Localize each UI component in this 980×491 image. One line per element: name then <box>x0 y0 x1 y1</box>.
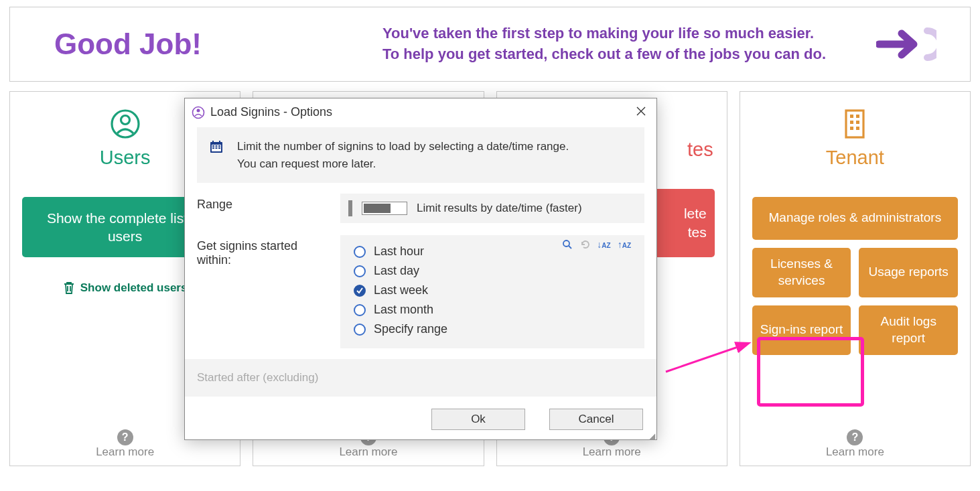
signins-label: Get signins started within: <box>197 235 324 267</box>
licenses-button[interactable]: Licenses & services <box>752 248 851 297</box>
svg-rect-15 <box>212 145 214 147</box>
resize-grip-icon[interactable]: ◢ <box>649 434 655 438</box>
svg-point-10 <box>197 109 200 112</box>
help-icon: ? <box>117 429 133 445</box>
banner-line2: To help you get started, check out a few… <box>382 44 826 65</box>
welcome-banner: Good Job! You've taken the first step to… <box>9 7 971 82</box>
tenant-buttons: Manage roles & administrators Licenses &… <box>752 197 958 355</box>
cancel-button[interactable]: Cancel <box>549 409 643 430</box>
banner-content: Good Job! You've taken the first step to… <box>54 23 826 65</box>
list-toolbar: ↓AZ ↑AZ <box>562 239 631 253</box>
info-line2: You can request more later. <box>237 155 569 173</box>
info-line1: Limit the number of signins to load by s… <box>237 138 569 155</box>
range-row: Range Limit results by date/time (faster… <box>197 183 644 234</box>
radio-last-day[interactable]: Last day <box>354 261 640 281</box>
svg-rect-5 <box>850 121 853 124</box>
app-icon <box>192 106 205 119</box>
svg-rect-3 <box>850 115 853 118</box>
building-icon <box>752 108 958 143</box>
search-icon[interactable] <box>562 239 573 253</box>
started-after-label: Started after (excluding) <box>197 371 318 384</box>
load-signins-dialog: Load Signins - Options Limit the number … <box>184 98 657 440</box>
tenant-card: Tenant Manage roles & administrators Lic… <box>740 91 971 466</box>
learn-more-tenant[interactable]: ? Learn more <box>740 429 970 459</box>
calendar-icon <box>209 139 224 159</box>
dialog-footer: Ok Cancel ◢ <box>185 397 656 439</box>
highlight-annotation <box>757 337 864 407</box>
svg-rect-19 <box>216 147 218 149</box>
tenant-title: Tenant <box>752 147 958 169</box>
deleted-users-label: Show deleted users <box>80 281 188 295</box>
svg-rect-13 <box>212 141 214 143</box>
range-options: ↓AZ ↑AZ Last hour Last day Last week <box>344 238 640 343</box>
svg-rect-4 <box>856 115 859 118</box>
signins-row: Get signins started within: ↓AZ ↑AZ Last… <box>197 234 644 359</box>
radio-specify-range[interactable]: Specify range <box>354 320 640 339</box>
banner-text: You've taken the first step to making yo… <box>382 23 826 65</box>
svg-rect-16 <box>216 145 218 147</box>
svg-rect-14 <box>219 141 220 143</box>
svg-rect-17 <box>218 145 220 147</box>
usage-reports-button[interactable]: Usage reports <box>859 248 958 297</box>
svg-rect-6 <box>856 121 859 124</box>
next-arrow-icon[interactable] <box>876 25 936 63</box>
range-toggle-row: Limit results by date/time (faster) <box>340 194 644 223</box>
close-icon <box>636 107 646 116</box>
svg-rect-7 <box>850 127 853 130</box>
svg-point-21 <box>563 240 569 247</box>
started-after-row: Started after (excluding) <box>185 359 656 397</box>
undo-icon[interactable] <box>579 239 590 253</box>
banner-heading: Good Job! <box>54 27 202 61</box>
audit-logs-button[interactable]: Audit logs report <box>859 305 958 355</box>
svg-point-9 <box>193 107 204 118</box>
trash-icon <box>63 281 75 295</box>
banner-line1: You've taken the first step to making yo… <box>382 23 826 44</box>
ok-button[interactable]: Ok <box>431 409 525 430</box>
limit-toggle[interactable] <box>362 202 407 215</box>
dialog-info: Limit the number of signins to load by s… <box>197 127 644 183</box>
help-icon: ? <box>847 429 863 445</box>
svg-rect-8 <box>856 127 859 130</box>
toggle-label: Limit results by date/time (faster) <box>417 202 582 215</box>
arrow-annotation <box>663 338 757 378</box>
close-button[interactable] <box>632 104 650 121</box>
drag-handle-icon <box>348 200 352 216</box>
svg-rect-2 <box>846 111 863 137</box>
svg-rect-20 <box>218 147 220 149</box>
dialog-titlebar: Load Signins - Options <box>185 98 656 127</box>
radio-last-week[interactable]: Last week <box>354 281 640 300</box>
svg-rect-18 <box>212 147 214 149</box>
sort-az-icon[interactable]: ↓AZ <box>597 239 610 253</box>
range-label: Range <box>197 194 324 212</box>
dialog-title: Load Signins - Options <box>210 105 332 119</box>
radio-last-month[interactable]: Last month <box>354 300 640 320</box>
show-deleted-users-link[interactable]: Show deleted users <box>63 281 188 295</box>
sort-za-icon[interactable]: ↑AZ <box>618 239 631 253</box>
manage-roles-button[interactable]: Manage roles & administrators <box>752 197 958 240</box>
svg-point-1 <box>121 115 129 124</box>
